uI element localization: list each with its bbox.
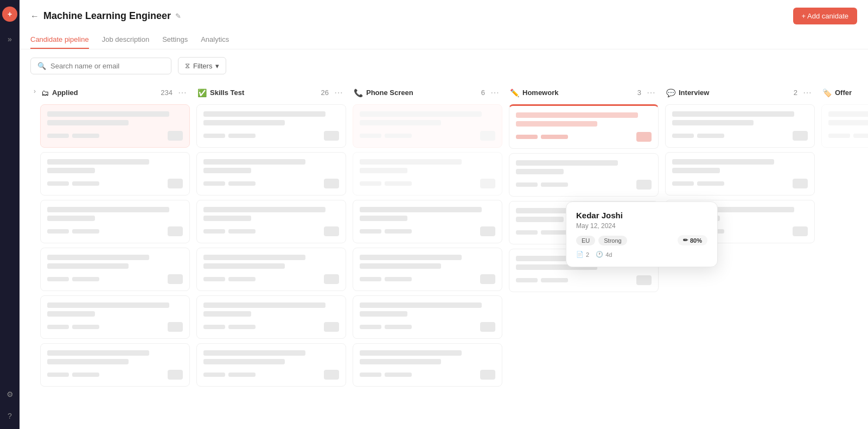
header-title-row: ← Machine Learning Engineer ✎ bbox=[30, 10, 181, 22]
table-row[interactable] bbox=[40, 295, 190, 339]
table-row[interactable] bbox=[196, 343, 346, 387]
popup-meta-docs: 📄 2 bbox=[576, 251, 589, 258]
column-offer: 🏷️ Offer ⋯ bbox=[820, 82, 868, 418]
phone-screen-count: 6 bbox=[481, 89, 485, 97]
table-row[interactable] bbox=[196, 200, 346, 243]
interview-menu-icon[interactable]: ⋯ bbox=[801, 86, 814, 99]
tabs: Candidate pipeline Job description Setti… bbox=[30, 31, 857, 49]
interview-icon: 💬 bbox=[666, 89, 675, 97]
skills-test-icon: ✅ bbox=[197, 89, 207, 97]
main-content: ← Machine Learning Engineer ✎ + Add cani… bbox=[20, 0, 868, 429]
popup-tag-strong: Strong bbox=[598, 236, 627, 245]
column-header-skills-test: ✅ Skills Test 26 ⋯ bbox=[195, 82, 347, 103]
phone-screen-title: Phone Screen bbox=[366, 89, 478, 97]
table-row[interactable] bbox=[196, 295, 346, 339]
filter-icon: ⧖ bbox=[185, 61, 190, 70]
interview-title: Interview bbox=[679, 89, 790, 97]
table-row[interactable] bbox=[353, 295, 502, 339]
column-header-applied: 🗂 Applied 234 ⋯ bbox=[39, 82, 191, 103]
table-row[interactable] bbox=[40, 343, 190, 387]
filter-label: Filters bbox=[193, 62, 212, 70]
column-phone-screen: 📞 Phone Screen 6 ⋯ bbox=[352, 82, 503, 418]
phone-screen-icon: 📞 bbox=[354, 89, 363, 97]
table-row[interactable] bbox=[40, 104, 190, 148]
score-icon: ✏ bbox=[683, 237, 688, 244]
time-icon: 🕐 bbox=[596, 251, 603, 258]
table-row[interactable] bbox=[353, 200, 502, 243]
popup-candidate-name: Kedar Joshi bbox=[576, 211, 707, 220]
popup-info-row: EU Strong ✏ 80% bbox=[576, 235, 707, 245]
table-row[interactable] bbox=[509, 153, 659, 197]
popup-tag-eu: EU bbox=[576, 236, 595, 245]
homework-count: 3 bbox=[637, 89, 641, 97]
phone-screen-cards bbox=[352, 103, 503, 418]
time-value: 4d bbox=[605, 251, 612, 258]
tab-candidate-pipeline[interactable]: Candidate pipeline bbox=[30, 31, 89, 49]
table-row[interactable] bbox=[353, 343, 502, 387]
table-row[interactable] bbox=[40, 200, 190, 243]
table-row[interactable] bbox=[40, 152, 190, 195]
filter-button[interactable]: ⧖ Filters ▾ bbox=[178, 57, 226, 74]
tab-analytics[interactable]: Analytics bbox=[201, 31, 229, 49]
column-header-offer: 🏷️ Offer ⋯ bbox=[820, 82, 868, 103]
applied-icon: 🗂 bbox=[41, 89, 49, 97]
column-header-interview: 💬 Interview 2 ⋯ bbox=[664, 82, 816, 103]
applied-cards bbox=[39, 103, 191, 418]
tab-settings[interactable]: Settings bbox=[162, 31, 188, 49]
back-button[interactable]: ← bbox=[30, 11, 39, 21]
sidebar-help-icon[interactable]: ? bbox=[5, 409, 14, 422]
phone-screen-menu-icon[interactable]: ⋯ bbox=[488, 86, 501, 99]
add-candidate-button[interactable]: + Add canidate bbox=[793, 8, 857, 24]
applied-title: Applied bbox=[52, 89, 157, 97]
column-skills-test: ✅ Skills Test 26 ⋯ bbox=[195, 82, 347, 418]
table-row[interactable] bbox=[40, 248, 190, 291]
popup-meta: 📄 2 🕐 4d bbox=[576, 251, 707, 258]
header: ← Machine Learning Engineer ✎ + Add cani… bbox=[20, 0, 868, 49]
score-value: 80% bbox=[690, 237, 702, 244]
search-icon: 🔍 bbox=[37, 62, 46, 70]
popup-score: ✏ 80% bbox=[678, 235, 707, 245]
table-row[interactable] bbox=[509, 104, 659, 149]
table-row[interactable] bbox=[196, 248, 346, 291]
table-row[interactable] bbox=[821, 104, 868, 148]
edit-icon[interactable]: ✎ bbox=[175, 12, 181, 20]
column-toggle-button[interactable]: › bbox=[30, 86, 39, 96]
offer-cards bbox=[820, 103, 868, 418]
docs-count: 2 bbox=[586, 251, 589, 258]
interview-count: 2 bbox=[794, 89, 797, 97]
skills-test-menu-icon[interactable]: ⋯ bbox=[332, 86, 345, 99]
toolbar: 🔍 ⧖ Filters ▾ bbox=[20, 49, 868, 82]
table-row[interactable] bbox=[196, 104, 346, 148]
offer-title: Offer bbox=[835, 89, 868, 97]
table-row[interactable] bbox=[665, 104, 815, 148]
candidate-popup-card[interactable]: Kedar Joshi May 12, 2024 EU Strong ✏ 80%… bbox=[566, 201, 718, 267]
kanban-board: › 🗂 Applied 234 ⋯ bbox=[20, 82, 868, 429]
skills-test-title: Skills Test bbox=[210, 89, 318, 97]
header-top: ← Machine Learning Engineer ✎ + Add cani… bbox=[30, 8, 857, 24]
homework-menu-icon[interactable]: ⋯ bbox=[644, 86, 658, 99]
table-row[interactable] bbox=[353, 152, 502, 195]
sidebar: + » ⚙ ? bbox=[0, 0, 20, 429]
table-row[interactable] bbox=[196, 152, 346, 195]
table-row[interactable] bbox=[665, 152, 815, 195]
homework-icon: ✏️ bbox=[510, 89, 519, 97]
popup-date: May 12, 2024 bbox=[576, 222, 707, 230]
filter-chevron-icon: ▾ bbox=[215, 62, 219, 70]
docs-icon: 📄 bbox=[576, 251, 584, 258]
homework-title: Homework bbox=[522, 89, 634, 97]
column-header-phone-screen: 📞 Phone Screen 6 ⋯ bbox=[352, 82, 503, 103]
tab-job-description[interactable]: Job description bbox=[102, 31, 149, 49]
sidebar-logo[interactable]: + bbox=[2, 7, 17, 22]
page-title: Machine Learning Engineer bbox=[43, 10, 171, 22]
search-input[interactable] bbox=[50, 62, 164, 70]
skills-test-cards bbox=[195, 103, 347, 418]
table-row[interactable] bbox=[353, 104, 502, 148]
column-header-homework: ✏️ Homework 3 ⋯ bbox=[508, 82, 660, 103]
applied-menu-icon[interactable]: ⋯ bbox=[176, 86, 189, 99]
popup-meta-time: 🕐 4d bbox=[596, 251, 612, 258]
sidebar-expand-icon[interactable]: » bbox=[5, 33, 14, 46]
table-row[interactable] bbox=[353, 248, 502, 291]
skills-test-count: 26 bbox=[321, 89, 329, 97]
sidebar-settings-icon[interactable]: ⚙ bbox=[4, 388, 16, 401]
search-box[interactable]: 🔍 bbox=[30, 58, 171, 74]
